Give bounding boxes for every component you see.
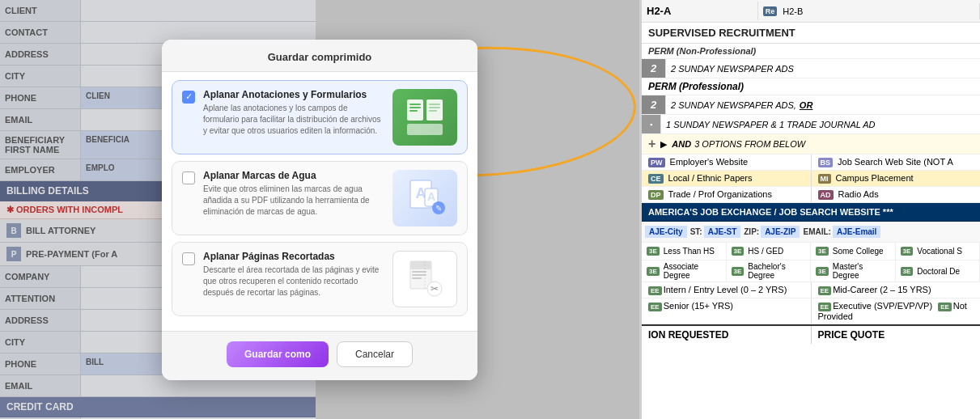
bs-tag: BS: [818, 158, 834, 167]
3e-tag-5: 3E: [647, 267, 660, 276]
dialog-options: ✓ Aplanar Anotaciones y Formularios Apla…: [162, 72, 477, 331]
3e-tag-8: 3E: [901, 267, 914, 276]
dp-tag: DP: [648, 190, 664, 200]
aje-email-field: EMAIL: AJE-Email: [803, 226, 880, 238]
option-flatten-watermarks-desc: Evite que otros eliminen las marcas de a…: [203, 184, 384, 218]
svg-text:✂: ✂: [431, 283, 439, 294]
aje-zip-value: AJE-ZIP: [761, 226, 800, 238]
flatten-annotations-icon: [392, 89, 457, 146]
masters-text: Master's Degree: [833, 262, 890, 280]
3e-tag-4: 3E: [901, 247, 914, 256]
sunday-trade-icon: ▪: [642, 115, 661, 133]
associate-text: Associate Degree: [664, 262, 721, 280]
ee-tag-5: EE: [938, 303, 952, 311]
option-flatten-watermarks[interactable]: Aplanar Marcas de Agua Evite que otros e…: [172, 161, 468, 235]
svg-text:A: A: [427, 190, 435, 203]
option-flatten-cropped[interactable]: Aplanar Páginas Recortadas Descarte el á…: [172, 242, 468, 316]
3e-tag-1: 3E: [647, 247, 660, 256]
options-text: 3 OPTIONS FROM BELOW: [694, 139, 805, 149]
or-text: OR: [800, 100, 813, 110]
aje-zip-label: ZIP:: [744, 227, 759, 236]
campus-placement-text: Campus Placement: [836, 173, 914, 183]
dialog-overlay: Guardar comprimido ✓ Aplanar Anotaciones…: [0, 0, 639, 419]
bachelors-cell: 3EBachelor's Degree: [727, 260, 812, 281]
local-papers-text: Local / Ethnic Papers: [668, 173, 753, 183]
campus-placement-cell: MI Campus Placement: [812, 171, 981, 186]
masters-cell: 3EMaster's Degree: [811, 260, 896, 281]
svg-rect-3: [409, 107, 421, 108]
svg-rect-20: [412, 277, 422, 279]
employer-website-text: Employer's Website: [670, 157, 749, 167]
option-flatten-annotations-title: Aplanar Anotaciones y Formularios: [203, 89, 384, 100]
entry-level-cell: EEIntern / Entry Level (0 – 2 YRS): [642, 282, 812, 298]
num2-cell2: 2: [642, 95, 666, 114]
mid-career-cell: EEMid-Career (2 – 15 YRS): [812, 282, 981, 298]
ion-requested-label: ION REQUESTED: [642, 326, 812, 344]
doctoral-text: Doctoral De: [917, 267, 960, 276]
options-row-1: PW Employer's Website BS Job Search Web …: [642, 154, 980, 171]
and-row: + ▶ AND 3 OPTIONS FROM BELOW: [642, 134, 980, 154]
option-flatten-annotations-text: Aplanar Anotaciones y Formularios Aplane…: [203, 89, 384, 137]
svg-rect-18: [412, 271, 426, 273]
flatten-cropped-icon: ✂: [392, 251, 457, 307]
option-flatten-annotations-desc: Aplane las anotaciones y los campos de f…: [203, 103, 384, 137]
employer-website-cell: PW Employer's Website: [642, 154, 812, 170]
entry-level-text: Intern / Entry Level (0 – 2 YRS): [664, 285, 787, 294]
h2b-label: H2-B: [783, 6, 803, 16]
perm-prof-label: PERM (Professional): [648, 81, 744, 92]
price-quote-label: PRICE QUOTE: [812, 326, 981, 344]
pw-tag: PW: [648, 158, 665, 167]
sunday-ads-2-text: 2 SUNDAY NEWSPAPER ADS,: [671, 100, 796, 110]
ee-tag-1: EE: [648, 286, 662, 295]
option-flatten-cropped-text: Aplanar Páginas Recortadas Descarte el á…: [203, 251, 384, 298]
option-flatten-watermarks-title: Aplanar Marcas de Agua: [203, 170, 384, 181]
dialog-title: Guardar comprimido: [162, 40, 477, 72]
3e-tag-7: 3E: [816, 267, 829, 276]
vocational-cell: 3EVocational S: [896, 243, 981, 260]
svg-rect-9: [407, 124, 443, 135]
guardar-button[interactable]: Guardar como: [227, 341, 329, 367]
options-row-3: DP Trade / Prof Organizations AD Radio A…: [642, 187, 980, 203]
h2b-cell: Re H2-B: [758, 3, 980, 19]
option-flatten-annotations[interactable]: ✓ Aplanar Anotaciones y Formularios Apla…: [172, 80, 468, 154]
3e-tag-3: 3E: [816, 247, 829, 256]
ad-tag: AD: [818, 190, 834, 200]
aje-email-label: EMAIL:: [803, 227, 830, 236]
bottom-row: ION REQUESTED PRICE QUOTE: [642, 324, 980, 344]
local-papers-cell: CE Local / Ethnic Papers: [642, 171, 812, 186]
and-text: AND: [672, 139, 691, 149]
svg-rect-17: [410, 261, 431, 269]
svg-rect-7: [429, 107, 440, 108]
some-college-text: Some College: [833, 247, 884, 256]
aje-email-value: AJE-Email: [833, 226, 880, 238]
h2-row: H2-A Re H2-B: [642, 0, 980, 23]
trade-orgs-cell: DP Trade / Prof Organizations: [642, 187, 812, 202]
flatten-cropped-svg: ✂: [401, 255, 449, 303]
3e-tag-2: 3E: [732, 247, 745, 256]
sunday-ads-1: 2 SUNDAY NEWSPAPER ADS: [666, 59, 980, 78]
education-row-2: 3EAssociate Degree 3EBachelor's Degree 3…: [642, 260, 980, 282]
checkbox-flatten-watermarks[interactable]: [182, 171, 195, 184]
less-than-hs-cell: 3ELess Than HS: [642, 243, 727, 260]
checkbox-flatten-annotations[interactable]: ✓: [182, 91, 195, 104]
dialog-buttons: Guardar como Cancelar: [162, 331, 477, 380]
svg-rect-2: [409, 104, 421, 105]
checkbox-flatten-cropped[interactable]: [182, 252, 195, 265]
america-title: AMERICA'S JOB EXCHANGE / JOB SEARCH WEBS…: [642, 203, 980, 222]
ce-tag: CE: [648, 174, 664, 184]
cancelar-button[interactable]: Cancelar: [337, 341, 413, 367]
vocational-text: Vocational S: [917, 247, 962, 256]
aje-st-label: ST:: [690, 227, 702, 236]
num2-cell: 2: [642, 59, 666, 78]
hs-ged-text: HS / GED: [748, 247, 783, 256]
experience-row-1: EEIntern / Entry Level (0 – 2 YRS) EEMid…: [642, 282, 980, 298]
aje-city-value: AJE-City: [645, 226, 687, 238]
svg-rect-19: [412, 274, 426, 276]
3e-tag-6: 3E: [732, 267, 745, 276]
less-than-hs-text: Less Than HS: [664, 247, 715, 256]
svg-text:✎: ✎: [435, 204, 442, 213]
aje-row: AJE-City ST: AJE-ST ZIP: AJE-ZIP EMAIL: …: [642, 222, 980, 243]
aje-st-field: ST: AJE-ST: [690, 226, 741, 238]
svg-rect-8: [429, 110, 437, 112]
experience-row-2: EESenior (15+ YRS) EEExecutive (SVP/EVP/…: [642, 298, 980, 324]
